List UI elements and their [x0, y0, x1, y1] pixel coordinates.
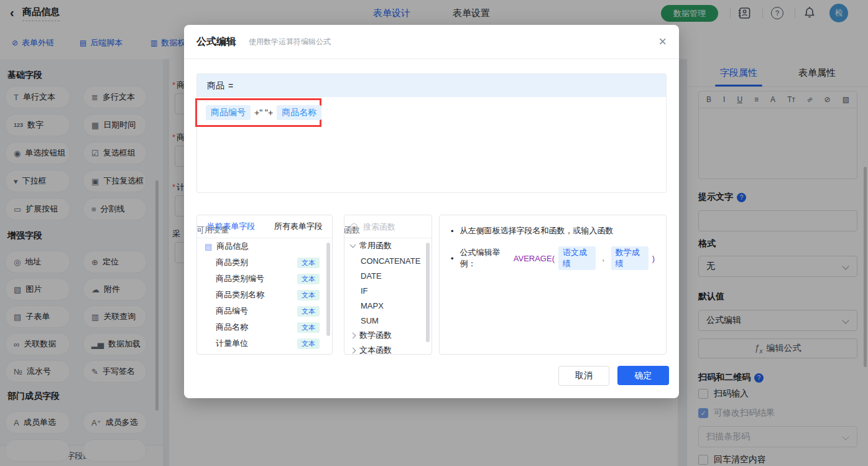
variable-name: 商品类别: [216, 257, 248, 268]
function-group[interactable]: 常用函数: [344, 238, 432, 253]
formula-tips: • 从左侧面板选择字段名和函数，或输入函数 • 公式编辑举例： AVERAGE(…: [439, 215, 667, 355]
function-group-label: 数学函数: [359, 330, 392, 341]
field-chip: 语文成绩: [558, 246, 596, 270]
function-group-label: 文本函数: [359, 345, 392, 355]
variable-row[interactable]: 商品名称文本: [197, 319, 332, 335]
formula-target-bar: 商品=: [197, 74, 666, 97]
formula-editor[interactable]: 商品= 商品编号+" "+商品名称: [196, 73, 667, 193]
type-badge: 文本: [297, 274, 320, 284]
modal-subtitle: 使用数学运算符编辑公式: [249, 37, 331, 47]
cancel-button[interactable]: 取消: [558, 366, 609, 386]
type-badge: 文本: [297, 258, 320, 268]
formula-edit-modal: 公式编辑 使用数学运算符编辑公式 × 商品= 商品编号+" "+商品名称 可用变…: [184, 25, 679, 398]
function-group-label: 常用函数: [359, 240, 392, 251]
tab-current-form-fields[interactable]: 当前表单字段: [206, 221, 255, 232]
modal-title: 公式编辑: [196, 35, 236, 49]
formula-field-chip[interactable]: 商品编号: [206, 105, 251, 120]
variable-row[interactable]: 商品编号文本: [197, 303, 332, 319]
function-group[interactable]: 文本函数: [344, 343, 432, 355]
function-item[interactable]: IF: [344, 283, 432, 298]
tip-line: • 从左侧面板选择字段名和函数，或输入函数: [451, 225, 655, 236]
variable-name: 商品名称: [216, 322, 248, 333]
variable-row[interactable]: 商品类别编号文本: [197, 271, 332, 287]
chevron-down-icon: [350, 242, 356, 248]
variables-tabs: 当前表单字段 所有表单字段: [197, 215, 332, 238]
variable-row[interactable]: 商品类别名称文本: [197, 287, 332, 303]
formula-operator: +" "+: [254, 108, 273, 118]
formula-field-chip[interactable]: 商品名称: [277, 105, 321, 120]
variable-row[interactable]: 商品类别文本: [197, 254, 332, 271]
type-badge: 文本: [297, 338, 320, 349]
variable-root-label: 商品信息: [216, 241, 249, 252]
bullet-icon: •: [451, 254, 454, 263]
tab-all-form-fields[interactable]: 所有表单字段: [274, 221, 323, 232]
field-chip: 数学成绩: [611, 246, 649, 270]
chevron-right-icon: [350, 347, 356, 353]
search-icon: [351, 223, 358, 230]
function-item[interactable]: MAPX: [344, 298, 432, 313]
document-icon: ▤: [205, 242, 212, 251]
bullet-icon: •: [451, 226, 454, 236]
function-search-input[interactable]: [362, 221, 420, 232]
tip-line: • 公式编辑举例： AVERAGE( 语文成绩 ， 数学成绩 ): [451, 246, 655, 270]
variable-row[interactable]: 计量单位文本: [197, 335, 332, 352]
functions-panel: 常用函数CONCATENATEDATEIFMAPXSUM数学函数文本函数: [344, 215, 432, 355]
confirm-button[interactable]: 确定: [617, 366, 669, 385]
variable-name: 商品编号: [216, 305, 248, 317]
function-item[interactable]: DATE: [344, 268, 432, 283]
functions-scrollbar[interactable]: [426, 243, 430, 342]
type-badge: 文本: [297, 290, 320, 301]
annotation-box: 商品编号+" "+商品名称: [195, 98, 321, 127]
function-name: AVERAGE(: [514, 254, 555, 263]
variable-name: 商品类别名称: [216, 289, 264, 301]
close-icon[interactable]: ×: [658, 35, 667, 48]
app-screen: ‹ 商品信息 表单设计 表单设置 数据管理 ? 检 ⊘ 表单外链 ▤ 后端脚本 …: [0, 0, 868, 466]
chevron-right-icon: [350, 332, 356, 338]
variables-panel: 当前表单字段 所有表单字段 ▤商品信息商品类别文本商品类别编号文本商品类别名称文…: [196, 215, 333, 355]
function-search: [344, 215, 432, 238]
variables-scrollbar[interactable]: [326, 243, 330, 336]
modal-header: 公式编辑 使用数学运算符编辑公式 ×: [184, 25, 679, 59]
type-badge: 文本: [297, 306, 320, 317]
function-group[interactable]: 数学函数: [344, 328, 432, 343]
function-item[interactable]: SUM: [344, 313, 432, 328]
variable-name: 计量单位: [216, 338, 248, 349]
variable-name: 商品类别编号: [216, 273, 264, 284]
variable-root-row[interactable]: ▤商品信息: [197, 238, 332, 254]
type-badge: 文本: [297, 322, 320, 333]
function-item[interactable]: CONCATENATE: [344, 253, 432, 268]
